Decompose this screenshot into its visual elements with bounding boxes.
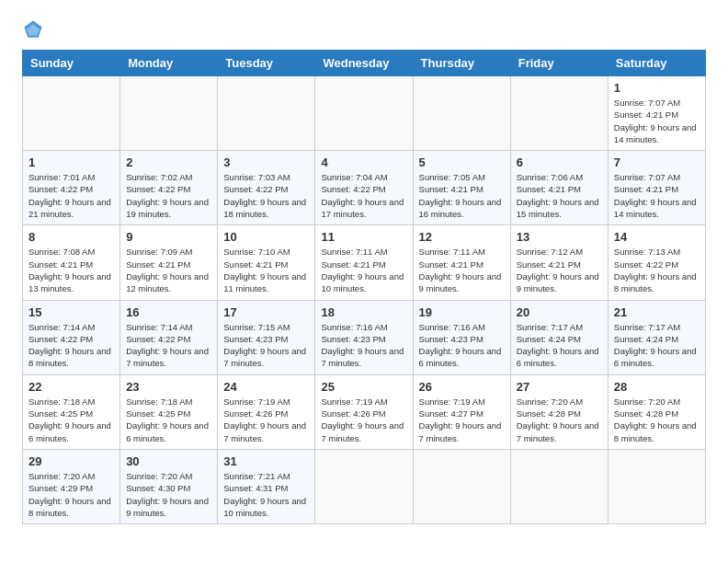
- calendar-cell: 2 Sunrise: 7:02 AMSunset: 4:22 PMDayligh…: [120, 151, 218, 225]
- calendar-cell: 6 Sunrise: 7:06 AMSunset: 4:21 PMDayligh…: [510, 151, 608, 225]
- day-number: 10: [223, 230, 309, 244]
- logo-icon: [22, 18, 44, 40]
- day-number: 21: [614, 305, 700, 319]
- page-header: [22, 18, 706, 40]
- day-info: Sunrise: 7:15 AMSunset: 4:23 PMDaylight:…: [223, 322, 306, 369]
- calendar-cell: 16 Sunrise: 7:14 AMSunset: 4:22 PMDaylig…: [120, 300, 218, 374]
- day-number: 11: [321, 230, 406, 244]
- calendar-cell: 13 Sunrise: 7:12 AMSunset: 4:21 PMDaylig…: [510, 225, 608, 300]
- calendar-week-row: 29 Sunrise: 7:20 AMSunset: 4:29 PMDaylig…: [23, 449, 706, 523]
- calendar-cell: 18 Sunrise: 7:16 AMSunset: 4:23 PMDaylig…: [315, 300, 413, 374]
- day-number: 13: [517, 230, 602, 244]
- calendar-cell: [218, 76, 315, 151]
- day-info: Sunrise: 7:14 AMSunset: 4:22 PMDaylight:…: [126, 322, 209, 369]
- day-info: Sunrise: 7:04 AMSunset: 4:22 PMDaylight:…: [321, 172, 404, 219]
- calendar-week-row: 1 Sunrise: 7:07 AMSunset: 4:21 PMDayligh…: [23, 76, 706, 151]
- calendar-cell: 11 Sunrise: 7:11 AMSunset: 4:21 PMDaylig…: [315, 225, 413, 300]
- calendar-week-row: 8 Sunrise: 7:08 AMSunset: 4:21 PMDayligh…: [23, 225, 706, 300]
- day-info: Sunrise: 7:12 AMSunset: 4:21 PMDaylight:…: [517, 247, 599, 293]
- day-info: Sunrise: 7:03 AMSunset: 4:22 PMDaylight:…: [223, 172, 306, 219]
- calendar-cell: 10 Sunrise: 7:10 AMSunset: 4:21 PMDaylig…: [218, 225, 315, 300]
- day-info: Sunrise: 7:17 AMSunset: 4:24 PMDaylight:…: [614, 322, 697, 369]
- day-number: 16: [126, 305, 211, 319]
- day-info: Sunrise: 7:20 AMSunset: 4:30 PMDaylight:…: [126, 471, 209, 518]
- day-info: Sunrise: 7:01 AMSunset: 4:22 PMDaylight:…: [28, 172, 111, 219]
- calendar-cell: 19 Sunrise: 7:16 AMSunset: 4:23 PMDaylig…: [413, 300, 510, 374]
- day-number: 22: [28, 380, 114, 394]
- calendar-cell: [120, 76, 218, 151]
- calendar-cell: 8 Sunrise: 7:08 AMSunset: 4:21 PMDayligh…: [23, 225, 120, 300]
- day-info: Sunrise: 7:11 AMSunset: 4:21 PMDaylight:…: [321, 247, 404, 293]
- col-header-thursday: Thursday: [413, 51, 510, 76]
- calendar-cell: [608, 449, 705, 523]
- calendar-cell: 26 Sunrise: 7:19 AMSunset: 4:27 PMDaylig…: [413, 374, 510, 449]
- calendar-cell: [413, 449, 510, 523]
- day-number: 14: [614, 230, 700, 244]
- day-info: Sunrise: 7:05 AMSunset: 4:21 PMDaylight:…: [419, 172, 502, 219]
- day-number: 31: [223, 454, 309, 468]
- day-number: 27: [517, 380, 602, 394]
- day-info: Sunrise: 7:16 AMSunset: 4:23 PMDaylight:…: [321, 322, 404, 369]
- calendar-cell: [23, 76, 120, 151]
- calendar-week-row: 1 Sunrise: 7:01 AMSunset: 4:22 PMDayligh…: [23, 151, 706, 225]
- day-info: Sunrise: 7:16 AMSunset: 4:23 PMDaylight:…: [419, 322, 502, 369]
- calendar-cell: 14 Sunrise: 7:13 AMSunset: 4:22 PMDaylig…: [608, 225, 705, 300]
- day-number: 28: [614, 380, 700, 394]
- calendar-cell: 24 Sunrise: 7:19 AMSunset: 4:26 PMDaylig…: [218, 374, 315, 449]
- logo: [22, 18, 48, 40]
- day-number: 2: [126, 155, 211, 169]
- day-number: 20: [517, 305, 602, 319]
- col-header-monday: Monday: [120, 51, 218, 76]
- calendar-week-row: 15 Sunrise: 7:14 AMSunset: 4:22 PMDaylig…: [23, 300, 706, 374]
- calendar-cell: 7 Sunrise: 7:07 AMSunset: 4:21 PMDayligh…: [608, 151, 705, 225]
- calendar-cell: 21 Sunrise: 7:17 AMSunset: 4:24 PMDaylig…: [608, 300, 705, 374]
- day-number: 25: [321, 380, 406, 394]
- calendar-cell: 17 Sunrise: 7:15 AMSunset: 4:23 PMDaylig…: [218, 300, 315, 374]
- day-number: 19: [419, 305, 505, 319]
- day-info: Sunrise: 7:02 AMSunset: 4:22 PMDaylight:…: [126, 172, 209, 219]
- day-info: Sunrise: 7:19 AMSunset: 4:26 PMDaylight:…: [321, 396, 404, 443]
- day-info: Sunrise: 7:17 AMSunset: 4:24 PMDaylight:…: [517, 322, 599, 369]
- day-number: 15: [28, 305, 114, 319]
- day-number: 26: [419, 380, 505, 394]
- day-info: Sunrise: 7:19 AMSunset: 4:26 PMDaylight:…: [223, 396, 306, 443]
- day-info: Sunrise: 7:19 AMSunset: 4:27 PMDaylight:…: [419, 396, 502, 443]
- col-header-saturday: Saturday: [608, 51, 705, 76]
- calendar-cell: [510, 76, 608, 151]
- day-number: 1: [28, 155, 114, 169]
- calendar-cell: 5 Sunrise: 7:05 AMSunset: 4:21 PMDayligh…: [413, 151, 510, 225]
- day-number: 29: [28, 454, 114, 468]
- calendar-cell: [413, 76, 510, 151]
- day-info: Sunrise: 7:09 AMSunset: 4:21 PMDaylight:…: [126, 247, 209, 293]
- day-info: Sunrise: 7:11 AMSunset: 4:21 PMDaylight:…: [419, 247, 502, 293]
- col-header-tuesday: Tuesday: [218, 51, 315, 76]
- header-row: SundayMondayTuesdayWednesdayThursdayFrid…: [23, 51, 706, 76]
- calendar-cell: [510, 449, 608, 523]
- day-number: 12: [419, 230, 505, 244]
- day-info: Sunrise: 7:18 AMSunset: 4:25 PMDaylight:…: [28, 396, 111, 443]
- day-info: Sunrise: 7:07 AMSunset: 4:21 PMDaylight:…: [614, 98, 697, 144]
- day-number: 24: [223, 380, 309, 394]
- day-info: Sunrise: 7:06 AMSunset: 4:21 PMDaylight:…: [517, 172, 599, 219]
- calendar-cell: 30 Sunrise: 7:20 AMSunset: 4:30 PMDaylig…: [120, 449, 218, 523]
- day-number: 1: [614, 81, 700, 95]
- day-number: 6: [517, 155, 602, 169]
- calendar-week-row: 22 Sunrise: 7:18 AMSunset: 4:25 PMDaylig…: [23, 374, 706, 449]
- calendar-cell: 1 Sunrise: 7:01 AMSunset: 4:22 PMDayligh…: [23, 151, 120, 225]
- calendar-cell: 4 Sunrise: 7:04 AMSunset: 4:22 PMDayligh…: [315, 151, 413, 225]
- calendar-cell: 27 Sunrise: 7:20 AMSunset: 4:28 PMDaylig…: [510, 374, 608, 449]
- calendar-table: SundayMondayTuesdayWednesdayThursdayFrid…: [22, 50, 706, 524]
- day-number: 8: [28, 230, 114, 244]
- calendar-cell: 20 Sunrise: 7:17 AMSunset: 4:24 PMDaylig…: [510, 300, 608, 374]
- day-info: Sunrise: 7:18 AMSunset: 4:25 PMDaylight:…: [126, 396, 209, 443]
- day-info: Sunrise: 7:08 AMSunset: 4:21 PMDaylight:…: [28, 247, 111, 293]
- calendar-cell: 1 Sunrise: 7:07 AMSunset: 4:21 PMDayligh…: [608, 76, 705, 151]
- day-info: Sunrise: 7:20 AMSunset: 4:28 PMDaylight:…: [614, 396, 697, 443]
- day-info: Sunrise: 7:10 AMSunset: 4:21 PMDaylight:…: [223, 247, 306, 293]
- day-number: 5: [419, 155, 505, 169]
- calendar-cell: 28 Sunrise: 7:20 AMSunset: 4:28 PMDaylig…: [608, 374, 705, 449]
- day-number: 30: [126, 454, 211, 468]
- day-number: 17: [223, 305, 309, 319]
- col-header-friday: Friday: [510, 51, 608, 76]
- day-number: 23: [126, 380, 211, 394]
